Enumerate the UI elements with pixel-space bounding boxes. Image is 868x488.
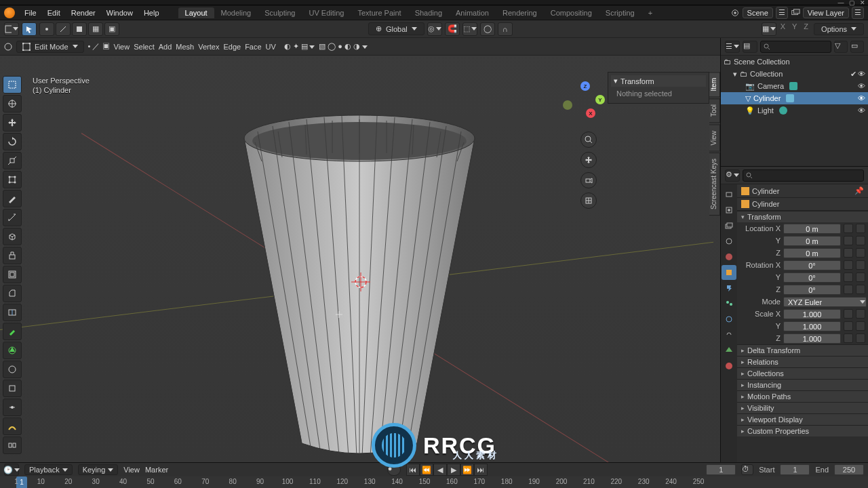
tool-rotate[interactable] [3, 133, 22, 150]
shading-wire[interactable]: ◯ [328, 42, 336, 50]
lock-icon[interactable] [844, 333, 853, 343]
rot-y-field[interactable]: 0° [783, 272, 841, 283]
workspace-animation[interactable]: Animation [449, 7, 496, 18]
loc-x-field[interactable]: 0 m [783, 224, 841, 234]
viewlayer-browse-button[interactable]: ☰ [852, 7, 864, 19]
outliner-light[interactable]: 💡 Light 👁 [721, 104, 868, 117]
scale-z-field[interactable]: 1.000 [783, 333, 841, 344]
jump-end-icon[interactable]: ⏭ [474, 464, 488, 476]
tool-annotate[interactable] [3, 190, 22, 207]
mode-dropdown[interactable]: Edit Mode [16, 41, 84, 53]
lock-icon[interactable] [844, 321, 853, 331]
tool-polybuild[interactable] [3, 342, 22, 359]
ptab-modifiers[interactable] [722, 281, 736, 296]
pan-icon[interactable] [580, 152, 597, 168]
ptab-viewlayer[interactable] [722, 218, 736, 233]
tool-rip[interactable] [3, 436, 22, 454]
vp-menu-uv[interactable]: UV [266, 43, 276, 51]
tl-playback[interactable]: Playback [24, 464, 73, 475]
pin-icon[interactable]: 📌 [854, 186, 864, 195]
outliner-collection[interactable]: ▾🗀 Collection ✔👁 [721, 68, 868, 80]
tl-keying[interactable]: Keying [78, 464, 119, 475]
anim-icon[interactable] [856, 333, 865, 343]
ntab-item[interactable]: Item [709, 72, 720, 97]
property-datablock[interactable]: Cylinder [737, 198, 868, 211]
ntab-screencast[interactable]: Screencast Keys [709, 152, 720, 216]
eye-icon[interactable]: 👁 [858, 106, 865, 115]
lock-icon[interactable] [844, 248, 853, 258]
prev-key-icon[interactable]: ⏪ [420, 464, 433, 476]
tl-marker[interactable]: Marker [145, 466, 168, 474]
vp-menu-vertex[interactable]: Vertex [198, 43, 219, 51]
vp-menu-face[interactable]: Face [245, 43, 261, 51]
scale-y-field[interactable]: 1.000 [783, 321, 841, 331]
scene-name-field[interactable]: Scene [743, 7, 773, 18]
workspace-uv[interactable]: UV Editing [302, 7, 351, 18]
workspace-add[interactable]: + [642, 7, 659, 18]
anim-icon[interactable] [856, 236, 865, 245]
workspace-texpaint[interactable]: Texture Paint [351, 7, 408, 18]
ptab-scene[interactable] [722, 234, 736, 249]
properties-search[interactable] [743, 169, 864, 182]
orientation-dropdown[interactable]: ⊕ Global [368, 22, 425, 35]
menu-render[interactable]: Render [66, 9, 101, 17]
workspace-modeling[interactable]: Modeling [214, 7, 258, 18]
workspace-compositing[interactable]: Compositing [544, 7, 599, 18]
tool-select-box[interactable] [3, 76, 22, 94]
ptab-physics[interactable] [722, 312, 736, 327]
rot-z-field[interactable]: 0° [783, 285, 841, 295]
shading-rendered[interactable]: ◑ [353, 42, 360, 50]
section-viewport-display[interactable]: Viewport Display [737, 414, 868, 425]
eye-icon[interactable]: 👁 [858, 82, 865, 90]
tool-scale[interactable] [3, 152, 22, 169]
rot-x-field[interactable]: 0° [783, 260, 841, 270]
next-key-icon[interactable]: ⏩ [460, 464, 474, 476]
ptab-data[interactable] [722, 343, 736, 358]
lock-icon[interactable] [844, 224, 853, 233]
gizmo-negy-icon[interactable] [563, 100, 572, 110]
section-motionpaths[interactable]: Motion Paths [737, 391, 868, 402]
anim-icon[interactable] [856, 321, 865, 331]
vp-menu-mesh[interactable]: Mesh [176, 43, 194, 51]
outliner-display-button[interactable]: ▤ [743, 41, 757, 53]
workspace-rendering[interactable]: Rendering [496, 7, 544, 18]
anim-icon[interactable] [856, 224, 865, 233]
scale-x-field[interactable]: 1.000 [783, 309, 841, 319]
lock-icon[interactable] [844, 236, 853, 245]
tool-loopcut[interactable] [3, 304, 22, 321]
workspace-sculpting[interactable]: Sculpting [258, 7, 302, 18]
workspace-scripting[interactable]: Scripting [599, 7, 642, 18]
xray-toggle[interactable]: ▧ [319, 42, 326, 50]
proportional-falloff-button[interactable]: ∩ [498, 22, 513, 36]
lock-icon[interactable] [844, 309, 853, 319]
lock-icon[interactable] [844, 285, 853, 294]
tool-transform[interactable] [3, 171, 22, 188]
shading-solid[interactable]: ● [338, 42, 342, 50]
frame-lock-icon[interactable]: ⏱ [741, 464, 753, 475]
options-dropdown[interactable]: Options [814, 23, 864, 35]
menu-help[interactable]: Help [138, 9, 165, 17]
end-frame-field[interactable]: 250 [834, 464, 864, 475]
tool-edgeslide[interactable] [3, 399, 22, 416]
autokey-button[interactable]: ● [387, 464, 401, 476]
outliner-search[interactable] [760, 41, 831, 53]
scene-browse-button[interactable]: ☰ [776, 7, 788, 19]
mesh-visibility-button[interactable]: ▦ [762, 22, 776, 36]
overlay-toggle[interactable]: ◐ [284, 42, 291, 50]
gizmo-x-icon[interactable]: X [586, 108, 595, 118]
viewlayer-field[interactable]: View Layer [803, 7, 849, 18]
section-delta[interactable]: Delta Transform [737, 345, 868, 356]
snap-target-button[interactable]: ⬚ [462, 22, 477, 36]
gizmo-toggle[interactable]: ✦ [293, 42, 299, 50]
section-collections[interactable]: Collections [737, 368, 868, 379]
workspace-layout[interactable]: Layout [178, 7, 214, 18]
ptab-render[interactable] [722, 187, 736, 202]
eye-icon[interactable]: 👁 [858, 94, 865, 102]
vp-menu-edge[interactable]: Edge [223, 43, 241, 51]
eye-icon[interactable]: 👁 [858, 70, 865, 79]
ptab-object[interactable] [722, 265, 736, 280]
restrict-toggle[interactable]: ✔ [850, 70, 856, 79]
pivot-button[interactable]: ◎ [427, 22, 442, 36]
editor-type-3dview[interactable] [4, 43, 12, 51]
properties-type-button[interactable]: ⚙ [725, 169, 740, 182]
